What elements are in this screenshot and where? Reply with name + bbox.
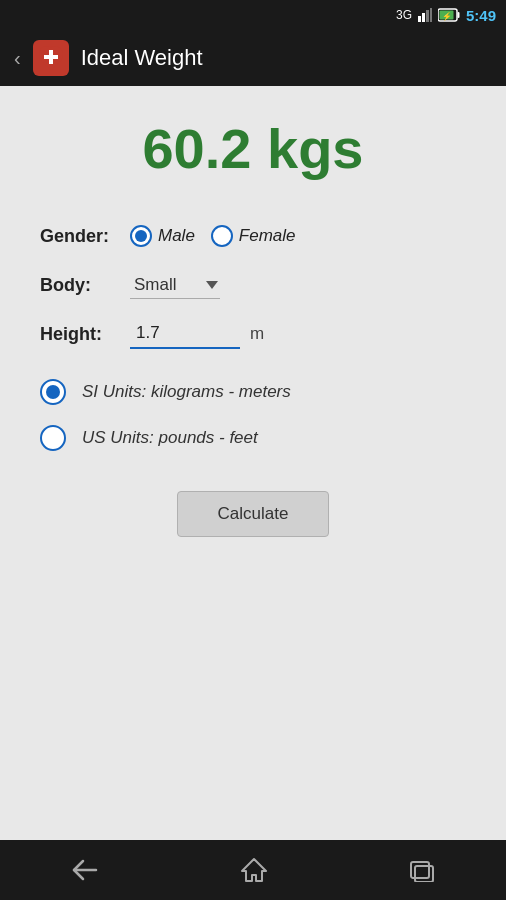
si-units-label: SI Units: kilograms - meters: [82, 382, 291, 402]
si-units-option[interactable]: SI Units: kilograms - meters: [40, 379, 466, 405]
si-units-radio[interactable]: [40, 379, 66, 405]
svg-rect-3: [430, 8, 432, 22]
svg-text:⚡: ⚡: [442, 11, 452, 21]
units-section: SI Units: kilograms - meters US Units: p…: [40, 379, 466, 451]
us-units-radio[interactable]: [40, 425, 66, 451]
svg-rect-9: [44, 55, 58, 59]
us-units-label: US Units: pounds - feet: [82, 428, 258, 448]
svg-rect-13: [415, 866, 433, 882]
gender-male-radio-inner: [135, 230, 147, 242]
back-chevron-icon[interactable]: ‹: [14, 47, 21, 70]
app-icon: [33, 40, 69, 76]
nav-home-button[interactable]: [240, 857, 268, 883]
svg-rect-12: [411, 862, 429, 878]
svg-rect-0: [418, 16, 421, 22]
height-row: Height: m: [40, 309, 466, 359]
app-title: Ideal Weight: [81, 45, 203, 71]
main-content: 60.2 kgs Gender: Male Female: [0, 86, 506, 840]
status-bar: 3G ⚡ 5:49: [0, 0, 506, 30]
bottom-nav-bar: [0, 840, 506, 900]
calculate-button[interactable]: Calculate: [177, 491, 330, 537]
form-section: Gender: Male Female Body:: [40, 211, 466, 359]
body-dropdown-wrapper: Small Medium Large: [130, 271, 220, 299]
time-display: 5:49: [466, 7, 496, 24]
svg-rect-2: [426, 10, 429, 22]
app-bar: ‹ Ideal Weight: [0, 30, 506, 86]
body-label: Body:: [40, 275, 130, 296]
gender-radio-group: Male Female: [130, 225, 296, 247]
si-units-radio-inner: [46, 385, 60, 399]
gender-female-label: Female: [239, 226, 296, 246]
us-units-option[interactable]: US Units: pounds - feet: [40, 425, 466, 451]
height-input[interactable]: [130, 319, 240, 349]
svg-rect-1: [422, 13, 425, 22]
svg-rect-5: [457, 12, 459, 18]
body-row: Body: Small Medium Large: [40, 261, 466, 309]
svg-marker-11: [242, 859, 266, 881]
height-label: Height:: [40, 324, 130, 345]
gender-female-option[interactable]: Female: [211, 225, 296, 247]
battery-icon: ⚡: [438, 8, 460, 22]
gender-male-label: Male: [158, 226, 195, 246]
body-dropdown[interactable]: Small Medium Large: [130, 271, 220, 299]
gender-male-radio[interactable]: [130, 225, 152, 247]
signal-icon: 3G: [396, 8, 412, 22]
gender-row: Gender: Male Female: [40, 211, 466, 261]
signal-bars-icon: [418, 8, 432, 22]
result-display: 60.2 kgs: [142, 116, 363, 181]
nav-recents-button[interactable]: [409, 858, 435, 882]
gender-female-radio[interactable]: [211, 225, 233, 247]
nav-back-button[interactable]: [71, 859, 99, 881]
height-unit-label: m: [250, 324, 264, 344]
gender-label: Gender:: [40, 226, 130, 247]
gender-male-option[interactable]: Male: [130, 225, 195, 247]
